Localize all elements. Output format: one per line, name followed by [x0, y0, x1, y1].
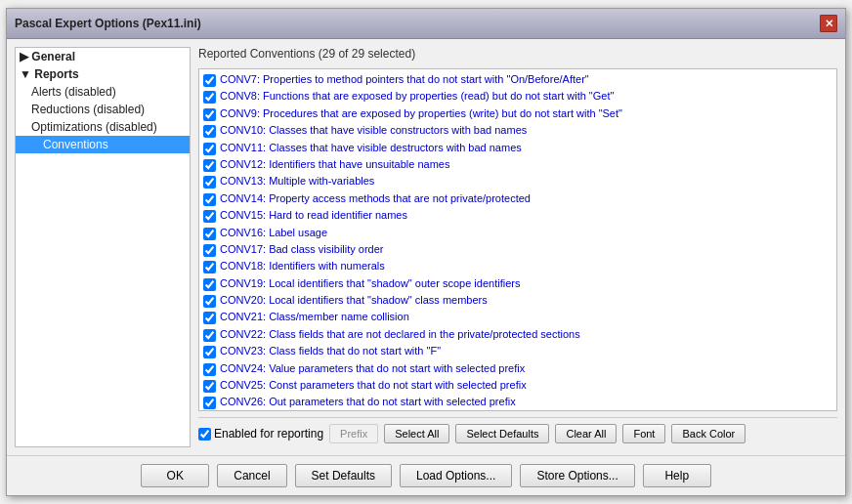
select-defaults-button[interactable]: Select Defaults: [455, 424, 549, 443]
list-item[interactable]: CONV14: Property access methods that are…: [201, 190, 834, 207]
list-item[interactable]: CONV25: Const parameters that do not sta…: [201, 377, 834, 394]
list-item-text-10: CONV10: Classes that have visible constr…: [220, 123, 527, 138]
list-item-checkbox-22[interactable]: [203, 329, 216, 342]
back-color-button[interactable]: Back Color: [671, 424, 746, 443]
list-item-text-7: CONV7: Properties to method pointers tha…: [220, 72, 589, 87]
list-item-text-23: CONV23: Class fields that do not start w…: [220, 344, 441, 358]
clear-all-button[interactable]: Clear All: [555, 424, 617, 443]
list-item-text-18: CONV18: Identifiers with numerals: [220, 259, 385, 273]
select-all-button[interactable]: Select All: [384, 424, 449, 443]
list-item[interactable]: CONV10: Classes that have visible constr…: [201, 122, 834, 139]
list-item-checkbox-15[interactable]: [203, 210, 216, 223]
list-item[interactable]: CONV20: Local identifiers that "shadow" …: [201, 292, 834, 309]
list-item-text-14: CONV14: Property access methods that are…: [220, 191, 531, 206]
sidebar-item-optimizations[interactable]: Optimizations (disabled): [16, 118, 190, 136]
sidebar: ▶ General▼ Reports Alerts (disabled) Red…: [15, 47, 191, 447]
list-item[interactable]: CONV18: Identifiers with numerals: [201, 258, 834, 274]
list-item[interactable]: CONV16: Label usage: [201, 225, 834, 241]
list-item-checkbox-17[interactable]: [203, 244, 216, 257]
list-item-checkbox-8[interactable]: [203, 91, 216, 104]
sidebar-item-reductions[interactable]: Reductions (disabled): [16, 101, 190, 118]
dialog-title: Pascal Expert Options (Pex11.ini): [15, 17, 201, 30]
list-item-text-24: CONV24: Value parameters that do not sta…: [220, 361, 525, 376]
enabled-label: Enabled for reporting: [214, 427, 323, 441]
list-item-text-17: CONV17: Bad class visibility order: [220, 242, 384, 257]
list-item-checkbox-18[interactable]: [203, 261, 216, 273]
conventions-list[interactable]: CONV7: Properties to method pointers tha…: [198, 68, 837, 411]
list-item-text-11: CONV11: Classes that have visible destru…: [220, 141, 522, 155]
list-item-checkbox-9[interactable]: [203, 108, 216, 121]
set-defaults-button[interactable]: Set Defaults: [295, 464, 392, 487]
list-item-checkbox-7[interactable]: [203, 74, 216, 87]
list-item-text-13: CONV13: Multiple with-variables: [220, 174, 374, 189]
list-item[interactable]: CONV23: Class fields that do not start w…: [201, 343, 834, 359]
enabled-checkbox-group: Enabled for reporting: [198, 427, 323, 441]
list-item-checkbox-26[interactable]: [203, 397, 216, 409]
sidebar-item-conventions[interactable]: Conventions: [16, 136, 190, 153]
list-item[interactable]: CONV7: Properties to method pointers tha…: [201, 71, 834, 88]
list-item-checkbox-19[interactable]: [203, 278, 216, 291]
main-dialog: Pascal Expert Options (Pex11.ini) ✕ ▶ Ge…: [6, 8, 846, 496]
ok-button[interactable]: OK: [141, 464, 209, 487]
sidebar-item-alerts[interactable]: Alerts (disabled): [16, 83, 190, 101]
cancel-button[interactable]: Cancel: [217, 464, 286, 487]
list-item-checkbox-16[interactable]: [203, 228, 216, 240]
panel-label: Reported Conventions (29 of 29 selected): [198, 47, 837, 61]
prefix-button[interactable]: Prefix: [329, 424, 378, 443]
list-item[interactable]: CONV19: Local identifiers that "shadow" …: [201, 275, 834, 292]
list-item-text-16: CONV16: Label usage: [220, 226, 327, 240]
list-item-checkbox-12[interactable]: [203, 159, 216, 172]
list-item-checkbox-11[interactable]: [203, 143, 216, 155]
list-item-checkbox-23[interactable]: [203, 346, 216, 358]
font-button[interactable]: Font: [622, 424, 665, 443]
list-item-text-20: CONV20: Local identifiers that "shadow" …: [220, 293, 488, 308]
list-item[interactable]: CONV9: Procedures that are exposed by pr…: [201, 105, 834, 122]
bottom-toolbar: Enabled for reporting Prefix Select All …: [198, 417, 837, 447]
list-item-checkbox-13[interactable]: [203, 176, 216, 189]
enabled-checkbox[interactable]: [198, 428, 211, 441]
list-item-text-26: CONV26: Out parameters that do not start…: [220, 395, 516, 409]
footer: OK Cancel Set Defaults Load Options... S…: [7, 455, 845, 495]
load-options-button[interactable]: Load Options...: [400, 464, 512, 487]
list-item-checkbox-25[interactable]: [203, 380, 216, 393]
main-panel: Reported Conventions (29 of 29 selected)…: [198, 47, 837, 447]
close-button[interactable]: ✕: [820, 15, 837, 32]
title-bar: Pascal Expert Options (Pex11.ini) ✕: [7, 9, 845, 39]
list-item-text-12: CONV12: Identifiers that have unsuitable…: [220, 157, 449, 172]
list-item-text-8: CONV8: Functions that are exposed by pro…: [220, 89, 614, 104]
sidebar-item-general[interactable]: ▶ General: [16, 48, 190, 65]
list-item[interactable]: CONV11: Classes that have visible destru…: [201, 140, 834, 156]
store-options-button[interactable]: Store Options...: [520, 464, 634, 487]
list-item[interactable]: CONV17: Bad class visibility order: [201, 241, 834, 258]
list-item[interactable]: CONV13: Multiple with-variables: [201, 173, 834, 189]
list-item-text-21: CONV21: Class/member name collision: [220, 310, 409, 324]
list-item-checkbox-10[interactable]: [203, 125, 216, 138]
list-item-text-19: CONV19: Local identifiers that "shadow" …: [220, 276, 520, 291]
list-item[interactable]: CONV21: Class/member name collision: [201, 309, 834, 325]
list-item-checkbox-21[interactable]: [203, 312, 216, 324]
dialog-body: ▶ General▼ Reports Alerts (disabled) Red…: [7, 39, 845, 455]
list-item-text-15: CONV15: Hard to read identifier names: [220, 208, 407, 223]
list-item-checkbox-14[interactable]: [203, 193, 216, 206]
sidebar-item-reports[interactable]: ▼ Reports: [16, 65, 190, 83]
list-item[interactable]: CONV15: Hard to read identifier names: [201, 207, 834, 224]
list-item-text-25: CONV25: Const parameters that do not sta…: [220, 378, 527, 393]
list-item[interactable]: CONV26: Out parameters that do not start…: [201, 394, 834, 410]
list-item-text-9: CONV9: Procedures that are exposed by pr…: [220, 106, 622, 121]
help-button[interactable]: Help: [643, 464, 711, 487]
list-item-checkbox-20[interactable]: [203, 295, 216, 308]
list-item[interactable]: CONV12: Identifiers that have unsuitable…: [201, 156, 834, 173]
list-item[interactable]: CONV22: Class fields that are not declar…: [201, 326, 834, 343]
list-item-checkbox-24[interactable]: [203, 363, 216, 376]
list-item[interactable]: CONV8: Functions that are exposed by pro…: [201, 88, 834, 105]
list-item[interactable]: CONV24: Value parameters that do not sta…: [201, 360, 834, 377]
list-item-text-22: CONV22: Class fields that are not declar…: [220, 327, 580, 342]
